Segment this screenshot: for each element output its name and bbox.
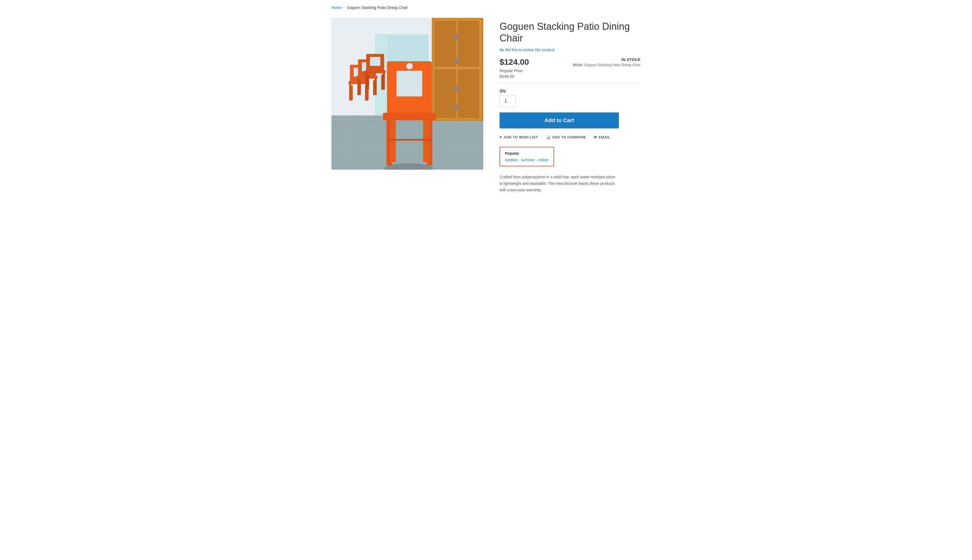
svg-rect-55 [423,120,428,162]
popular-tags: outdoor , summer , indoor [505,158,549,162]
svg-rect-49 [396,71,422,97]
product-title: Goguen Stacking Patio Dining Chair [500,21,641,44]
svg-rect-21 [455,58,458,64]
product-image-section [331,18,483,170]
svg-rect-29 [351,86,353,100]
svg-rect-37 [373,80,375,95]
tag-indoor[interactable]: indoor [538,158,549,162]
tag-summer[interactable]: summer [521,158,535,162]
popular-label: Popular [505,151,549,155]
email-link[interactable]: ✉ EMAIL [594,135,610,139]
svg-rect-36 [359,80,361,95]
product-details-section: Goguen Stacking Patio Dining Chair Be th… [500,18,641,193]
svg-rect-54 [390,120,396,162]
breadcrumb-home[interactable]: Home [331,5,341,10]
svg-point-50 [406,63,413,69]
price-stock-row: $124.00 IN STOCK SKU#: Goguen Stacking P… [500,57,641,67]
qty-label: Qty [500,88,641,93]
sku-label: SKU#: [572,63,583,67]
svg-rect-17 [458,21,479,67]
qty-input[interactable] [500,95,516,107]
svg-rect-22 [455,86,458,91]
popular-section: Popular outdoor , summer , indoor [500,147,554,167]
heart-icon: ♥ [500,135,502,139]
svg-rect-23 [455,105,458,110]
svg-rect-19 [458,69,479,118]
sku-line: SKU#: Goguen Stacking Patio Dining Chair [572,63,641,67]
breadcrumb-current: Goguen Stacking Patio Dining Chair [347,5,408,10]
compare-icon: 📊 [545,135,550,139]
breadcrumb-separator: › [344,6,345,10]
svg-rect-26 [376,35,387,114]
svg-rect-20 [455,34,458,40]
review-link[interactable]: Be the first to review this product [500,48,641,52]
product-image-container [331,18,483,170]
svg-rect-18 [435,69,456,118]
product-image [331,18,483,170]
in-stock-badge: IN STOCK [572,57,641,62]
tag-outdoor[interactable]: outdoor [505,158,518,162]
regular-price-label: Regular Price [500,68,641,73]
stock-sku-block: IN STOCK SKU#: Goguen Stacking Patio Din… [572,57,641,67]
sku-value: Goguen Stacking Patio Dining Chair [584,63,641,67]
svg-rect-47 [370,57,380,66]
add-to-compare-link[interactable]: 📊 ADD TO COMPARE [545,135,586,139]
tag-sep-1: , [519,158,520,162]
svg-rect-43 [367,75,369,90]
product-price: $124.00 [500,57,529,67]
svg-rect-44 [381,75,383,90]
action-links: ♥ ADD TO WISH LIST 📊 ADD TO COMPARE ✉ EM… [500,135,641,139]
tag-sep-2: , [536,158,537,162]
svg-rect-16 [435,21,456,67]
add-to-wish-list-link[interactable]: ♥ ADD TO WISH LIST [500,135,538,139]
product-layout: Goguen Stacking Patio Dining Chair Be th… [331,18,641,193]
breadcrumb: Home › Goguen Stacking Patio Dining Chai… [331,5,641,10]
product-description: Crafted from polypropylene in a solid hu… [500,174,619,193]
regular-price-value: $248.00 [500,74,641,78]
email-icon: ✉ [594,135,597,139]
add-to-cart-button[interactable]: Add to Cart [500,112,619,128]
